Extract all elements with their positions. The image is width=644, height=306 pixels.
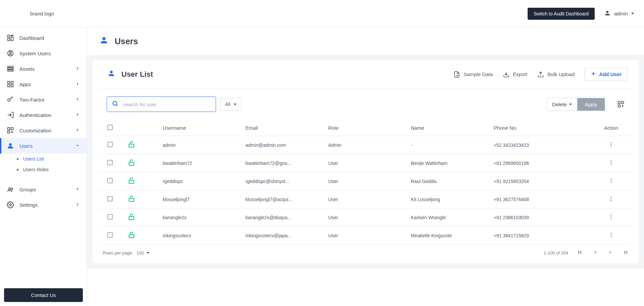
row-checkbox[interactable] [107, 232, 113, 238]
rows-per-page-label: Rows per page: [103, 250, 133, 255]
cell-role: User [325, 208, 408, 227]
cell-role: User [325, 190, 408, 208]
cell-phone: +91 3627576408 [491, 190, 591, 208]
cell-username: klosseljongl7 [160, 190, 243, 208]
apps-icon [7, 80, 14, 88]
bulk-action-select[interactable]: Delete [547, 98, 577, 111]
svg-point-41 [611, 164, 612, 165]
chevron-right-icon [75, 186, 80, 193]
sidebar-item-system-users[interactable]: System Users [0, 46, 87, 61]
cell-phone: +91 3641715829 [491, 227, 591, 245]
caret-down-icon [569, 104, 572, 105]
svg-point-35 [611, 142, 612, 143]
sidebar-item-settings[interactable]: Settings [0, 197, 87, 212]
cell-role: User [325, 172, 408, 190]
svg-rect-3 [8, 39, 10, 41]
caret-down-icon [147, 252, 149, 254]
select-all-checkbox[interactable] [107, 125, 113, 130]
row-actions-button[interactable] [608, 178, 614, 184]
chevron-right-icon [75, 127, 80, 134]
col-role: Role [325, 120, 408, 136]
contact-us-button[interactable]: Contact Us [4, 288, 83, 302]
add-user-button[interactable]: Add User [585, 68, 627, 81]
last-page-button[interactable] [623, 249, 629, 256]
sidebar-sub-item[interactable]: Users Roles [13, 164, 87, 175]
row-actions-button[interactable] [608, 214, 614, 220]
username-label: admin [614, 11, 628, 16]
sidebar-item-dashboard[interactable]: Dashboard [0, 30, 87, 46]
unlock-icon [128, 216, 135, 222]
svg-point-53 [611, 218, 612, 219]
col-phone: Phone No. [491, 120, 591, 136]
sidebar-item-label: Users [19, 143, 33, 149]
cell-username: mkingscotecv [160, 227, 243, 245]
page-title: Users [87, 27, 644, 55]
groups-icon [7, 186, 14, 193]
sample-data-button[interactable]: Sample Data [453, 71, 493, 78]
cell-email: bwattinham72@goo... [243, 154, 326, 172]
row-actions-button[interactable] [608, 196, 614, 202]
filter-all-select[interactable]: All [220, 98, 241, 111]
row-checkbox[interactable] [107, 196, 113, 201]
table-row: kwrangle2xkwrangle2x@disqus...UserKarlee… [100, 208, 631, 227]
user-menu[interactable]: admin [604, 10, 634, 17]
assets-icon [7, 65, 14, 72]
sidebar-item-groups[interactable]: Groups [0, 182, 87, 197]
cell-role: User [325, 227, 408, 245]
sidebar-item-label: Groups [19, 187, 36, 192]
cell-username: kwrangle2x [160, 208, 243, 227]
unlock-icon [128, 180, 135, 185]
svg-point-43 [611, 178, 612, 179]
svg-rect-0 [8, 35, 10, 37]
search-icon [112, 100, 118, 108]
row-checkbox[interactable] [107, 178, 113, 183]
unlock-icon [128, 234, 135, 240]
svg-rect-8 [8, 70, 13, 71]
row-actions-button[interactable] [608, 232, 614, 238]
sidebar-sub-item[interactable]: Users List [13, 154, 87, 164]
svg-point-21 [11, 188, 13, 190]
column-settings-button[interactable] [617, 101, 625, 108]
row-checkbox[interactable] [107, 142, 113, 147]
prev-page-button[interactable] [593, 250, 598, 256]
row-checkbox[interactable] [107, 160, 113, 165]
header: brand logo Switch to Audit Dashboard adm… [0, 0, 644, 27]
svg-point-48 [611, 198, 612, 199]
cell-name: Raul Geddis [408, 172, 491, 190]
svg-rect-6 [8, 66, 13, 68]
apply-button[interactable]: Apply [577, 98, 605, 111]
upload-icon [537, 71, 544, 78]
svg-point-56 [611, 235, 612, 236]
first-page-button[interactable] [577, 249, 583, 256]
sidebar-item-label: Customization [19, 128, 51, 133]
sidebar-item-assets[interactable]: Assets [0, 61, 87, 76]
sidebar-item-apps[interactable]: Apps [0, 76, 87, 92]
sidebar-item-customization[interactable]: Customization [0, 123, 87, 138]
cell-phone: +91 2386103039 [491, 208, 591, 227]
next-page-button[interactable] [608, 250, 612, 256]
export-button[interactable]: Export [503, 71, 527, 78]
sidebar-item-two-factor[interactable]: Two-Factor [0, 92, 87, 107]
cell-name: - [408, 136, 491, 154]
bulk-upload-button[interactable]: Bulk Upload [537, 71, 575, 78]
sidebar-item-authentication[interactable]: Authentication [0, 107, 87, 123]
search-input[interactable] [123, 102, 211, 107]
unlock-icon [128, 162, 135, 167]
row-checkbox[interactable] [107, 214, 113, 220]
cell-name: Benjie Wattinham [408, 154, 491, 172]
row-actions-button[interactable] [608, 160, 614, 166]
row-actions-button[interactable] [608, 141, 614, 147]
rows-per-page-select[interactable]: 100 [137, 250, 149, 255]
search-box[interactable] [107, 97, 216, 112]
svg-rect-2 [11, 37, 13, 41]
cell-role: User [325, 154, 408, 172]
bullet-icon [17, 158, 18, 160]
col-action: Action [591, 120, 631, 136]
chevron-down-icon [75, 143, 80, 149]
svg-point-13 [8, 99, 10, 101]
cell-phone: +91 9215853204 [491, 172, 591, 190]
sidebar-item-users[interactable]: Users [0, 138, 87, 154]
chevron-right-icon [75, 202, 80, 208]
bullet-icon [17, 169, 18, 171]
switch-dashboard-button[interactable]: Switch to Audit Dashboard [528, 8, 595, 20]
